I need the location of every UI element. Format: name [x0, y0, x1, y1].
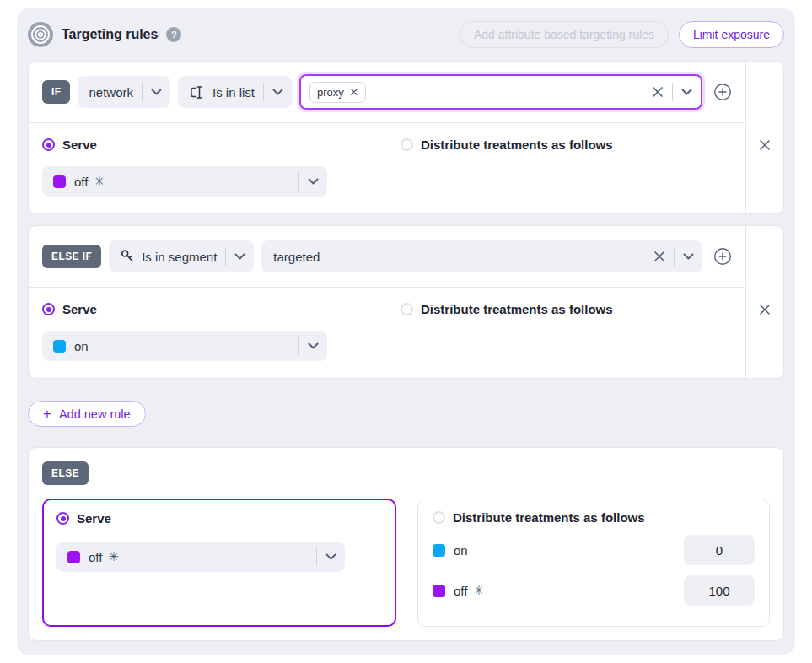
- treatment-dropdown[interactable]: off ✳: [56, 542, 345, 572]
- delete-rule-button[interactable]: [759, 76, 771, 213]
- serve-section: Serve Distribute treatments as follows o…: [29, 123, 745, 213]
- matcher-dropdown-value: Is in list: [212, 85, 255, 100]
- chevron-down-icon: [272, 89, 283, 95]
- distribution-row: on: [433, 535, 755, 565]
- else-distribute-panel[interactable]: Distribute treatments as follows on off …: [417, 499, 770, 627]
- add-condition-button[interactable]: [713, 83, 732, 101]
- add-condition-button[interactable]: [713, 247, 732, 266]
- value-chip-label: proxy: [317, 86, 344, 99]
- default-treatment-icon: ✳: [473, 583, 484, 598]
- treatment-color-swatch: [433, 544, 445, 557]
- rule-card-if: IF network Is in list: [28, 61, 784, 214]
- targeting-rules-panel: Targeting rules ? Add attribute based ta…: [17, 8, 795, 655]
- segment-icon: [120, 249, 135, 264]
- add-attribute-rules-button: Add attribute based targeting rules: [460, 21, 669, 48]
- target-icon: [28, 22, 53, 47]
- radio-unselected-icon[interactable]: [401, 138, 413, 151]
- treatment-dropdown[interactable]: on: [42, 331, 327, 361]
- serve-option[interactable]: Serve: [56, 511, 382, 526]
- chevron-down-icon[interactable]: [681, 89, 692, 95]
- treatment-color-swatch: [67, 551, 80, 563]
- delete-rule-button[interactable]: [759, 240, 771, 378]
- panel-header: Targeting rules ? Add attribute based ta…: [28, 8, 784, 61]
- treatment-dropdown[interactable]: off ✳: [42, 166, 327, 197]
- rule-keyword-badge: ELSE: [42, 461, 89, 485]
- chevron-down-icon: [308, 178, 319, 185]
- values-multiselect-input[interactable]: proxy: [299, 74, 702, 110]
- treatment-name: off: [454, 584, 467, 598]
- chevron-down-icon: [325, 553, 336, 560]
- rule-side-column: [745, 62, 783, 213]
- rule-side-column: [745, 226, 783, 378]
- chevron-down-icon[interactable]: [683, 253, 694, 260]
- rule-card-else-if: ELSE IF Is in segment: [28, 225, 784, 379]
- treatment-name: on: [74, 339, 89, 353]
- radio-selected-icon[interactable]: [42, 303, 55, 315]
- chevron-down-icon: [151, 89, 162, 95]
- plus-icon: +: [43, 407, 51, 421]
- distribution-row: off ✳: [433, 575, 755, 606]
- chip-remove-icon[interactable]: [350, 88, 358, 96]
- else-rule-card: ELSE Serve off ✳: [28, 447, 784, 641]
- percent-input[interactable]: [684, 575, 755, 606]
- rule-keyword-badge: IF: [42, 80, 70, 104]
- distribute-option[interactable]: Distribute treatments as follows: [401, 137, 613, 152]
- chevron-down-icon: [308, 342, 319, 349]
- matcher-dropdown[interactable]: Is in list: [178, 76, 292, 108]
- attribute-dropdown-value: network: [89, 85, 133, 100]
- segment-value-field[interactable]: [273, 250, 653, 264]
- radio-unselected-icon[interactable]: [433, 511, 445, 524]
- serve-option[interactable]: Serve: [42, 137, 401, 152]
- limit-exposure-button[interactable]: Limit exposure: [679, 21, 784, 48]
- treatment-color-swatch: [53, 175, 66, 188]
- serve-option[interactable]: Serve: [42, 302, 401, 316]
- treatment-name: off: [89, 550, 102, 564]
- distribute-option[interactable]: Distribute treatments as follows: [433, 510, 755, 525]
- treatment-name: on: [454, 543, 468, 558]
- radio-selected-icon[interactable]: [42, 138, 55, 151]
- else-serve-panel[interactable]: Serve off ✳: [42, 499, 396, 627]
- value-chip: proxy: [309, 82, 366, 103]
- percent-input[interactable]: [684, 535, 755, 565]
- string-type-icon: [189, 85, 206, 100]
- chevron-down-icon: [234, 253, 245, 260]
- help-icon[interactable]: ?: [166, 27, 181, 42]
- page-title: Targeting rules: [62, 27, 158, 42]
- clear-input-icon[interactable]: [652, 86, 664, 98]
- matcher-dropdown-value: Is in segment: [142, 250, 217, 264]
- matcher-dropdown[interactable]: Is in segment: [109, 240, 254, 272]
- attribute-dropdown[interactable]: network: [78, 76, 170, 108]
- segment-select-input[interactable]: [261, 240, 702, 272]
- distribute-option[interactable]: Distribute treatments as follows: [401, 302, 613, 316]
- rule-keyword-badge: ELSE IF: [42, 245, 101, 268]
- condition-row: ELSE IF Is in segment: [29, 226, 745, 288]
- add-new-rule-button[interactable]: + Add new rule: [28, 401, 146, 427]
- serve-section: Serve Distribute treatments as follows o…: [29, 288, 745, 378]
- radio-selected-icon[interactable]: [56, 512, 69, 525]
- default-treatment-icon: ✳: [94, 174, 105, 189]
- radio-unselected-icon[interactable]: [401, 303, 413, 315]
- treatment-name: off: [74, 175, 88, 189]
- clear-input-icon[interactable]: [653, 251, 665, 262]
- treatment-color-swatch: [53, 340, 66, 353]
- default-treatment-icon: ✳: [108, 549, 119, 564]
- treatment-color-swatch: [433, 585, 445, 597]
- condition-row: IF network Is in list: [29, 62, 745, 123]
